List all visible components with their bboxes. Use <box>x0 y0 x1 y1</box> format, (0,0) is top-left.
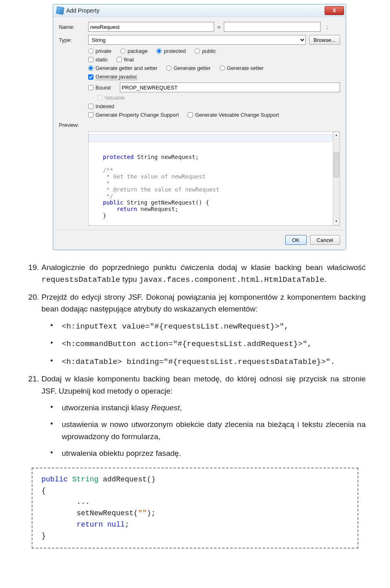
preview-label: Preview: <box>59 122 88 128</box>
radio-gen-setter[interactable]: Generate setter <box>220 65 264 71</box>
cancel-button[interactable]: Cancel <box>310 235 340 245</box>
paragraph-20: 20. Przejdź do edycji strony JSF. Dokona… <box>24 291 366 315</box>
list-item: <h:dataTable> binding="#{requestsList.re… <box>50 355 366 368</box>
scroll-up-icon[interactable]: ▲ <box>333 132 340 139</box>
access-radios: private package protected public <box>88 48 340 54</box>
check-final[interactable]: final <box>117 57 134 63</box>
paragraph-19: 19. Analogicznie do poprzedniego punktu … <box>24 261 366 286</box>
operations-list: utworzenia instancji klasy Request, usta… <box>50 402 366 460</box>
list-item: <h:commandButton action="#{requestsList.… <box>50 338 366 350</box>
attribute-list: <h:inputText value="#{requestsList.newRe… <box>50 320 366 368</box>
type-label: Type: <box>59 37 88 43</box>
check-bound[interactable]: Bound <box>88 85 111 91</box>
document-body: 19. Analogicznie do poprzedniego punktu … <box>0 261 390 565</box>
close-icon: X <box>333 8 336 13</box>
check-pcs[interactable]: Generate Property Change Support <box>88 112 179 118</box>
check-static[interactable]: static <box>88 57 108 63</box>
scroll-thumb[interactable] <box>334 152 339 177</box>
radio-protected[interactable]: protected <box>156 48 186 54</box>
type-select[interactable]: String <box>88 35 306 45</box>
preview-scrollbar[interactable]: ▲ ▼ <box>333 132 340 225</box>
ok-button[interactable]: OK <box>285 235 307 245</box>
radio-package[interactable]: package <box>120 48 147 54</box>
browse-button[interactable]: Browse... <box>309 35 340 45</box>
semicolon-label: ; <box>321 24 328 30</box>
paragraph-21: 21. Dodaj w klasie komponentu backing be… <box>24 373 366 397</box>
scroll-down-icon[interactable]: ▼ <box>333 218 340 225</box>
name-input[interactable] <box>88 22 214 32</box>
name-label: Name: <box>59 24 88 30</box>
close-button[interactable]: X <box>325 6 344 15</box>
check-indexed[interactable]: Indexed <box>88 103 114 109</box>
preview-pane: protected String newRequest; /** * Get t… <box>88 131 340 226</box>
bound-input[interactable] <box>120 83 340 92</box>
value-input[interactable] <box>224 22 321 32</box>
radio-public[interactable]: public <box>195 48 216 54</box>
list-item: utworzenia instancji klasy Request, <box>50 402 366 414</box>
check-vcs[interactable]: Generate Vetoable Change Support <box>188 112 279 118</box>
check-javadoc[interactable]: Generate javadoc <box>88 74 137 80</box>
preview-code: protected String newRequest; /** * Get t… <box>93 154 338 219</box>
list-item: <h:inputText value="#{requestsList.newRe… <box>50 320 366 333</box>
radio-gen-getter[interactable]: Generate getter <box>166 65 210 71</box>
code-snippet: public String addRequest() { ... setNewR… <box>32 468 358 549</box>
window-title: Add Property <box>66 7 100 14</box>
add-property-dialog: Add Property X Name: = ; Type: String Br… <box>53 4 346 250</box>
list-item: utrwalenia obiektu poprzez fasadę. <box>50 447 366 459</box>
radio-private[interactable]: private <box>88 48 111 54</box>
list-item: ustawienia w nowo utworzonym obiekcie da… <box>50 418 366 442</box>
titlebar[interactable]: Add Property X <box>53 4 346 17</box>
check-vetoable: Vetoable <box>97 95 125 101</box>
radio-gen-both[interactable]: Generate getter and setter <box>88 65 157 71</box>
cube-icon <box>56 7 65 15</box>
equals-label: = <box>214 24 224 30</box>
